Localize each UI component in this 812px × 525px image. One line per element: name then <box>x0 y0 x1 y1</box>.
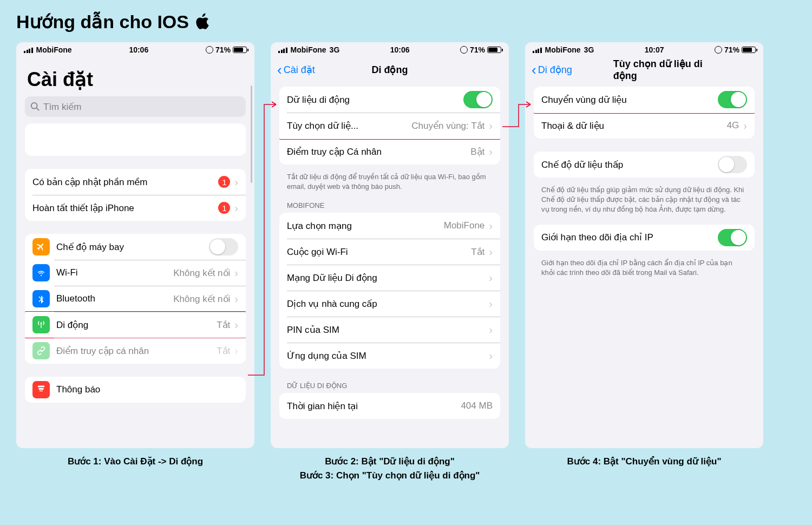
airplane-switch[interactable] <box>209 238 238 255</box>
nav-title: Tùy chọn dữ liệu di động <box>613 58 713 82</box>
hotspot-row[interactable]: Điểm truy cập cá nhân Tắt › <box>25 338 246 364</box>
caption-1: Bước 1: Vào Cài Đặt -> Di động <box>16 455 254 482</box>
row-value: Tắt <box>217 345 230 357</box>
svg-line-1 <box>37 108 40 111</box>
phone-3-data-options: MobiFone 3G 10:07 71% ‹ Di động Tùy chọn… <box>525 42 763 448</box>
arrow-1to2 <box>248 96 280 394</box>
arrow-2to3 <box>502 96 535 140</box>
current-period-row[interactable]: Thời gian hiện tại 404 MB <box>279 393 500 419</box>
signal-icon <box>24 47 33 53</box>
chevron-right-icon: › <box>489 324 493 336</box>
chevron-right-icon: › <box>489 246 493 258</box>
ip-limit-footer: Giới hạn theo dõi địa chỉ IP bằng cách ẩ… <box>525 255 763 287</box>
row-label: Dịch vụ nhà cung cấp <box>287 298 484 310</box>
apple-icon <box>194 12 211 31</box>
wifi-icon <box>32 264 50 281</box>
row-label: Cuộc gọi Wi-Fi <box>287 246 471 258</box>
bell-icon <box>32 381 50 398</box>
row-label: Bluetooth <box>56 293 173 304</box>
chevron-right-icon: › <box>489 146 493 158</box>
caption-2: Bước 2: Bật "Dữ liệu di động" Bước 3: Ch… <box>271 455 509 482</box>
chevron-right-icon: › <box>234 267 238 279</box>
mobile-data-switch[interactable] <box>463 91 493 108</box>
low-data-mode-row[interactable]: Chế độ dữ liệu thấp <box>534 152 755 178</box>
row-label: Giới hạn theo dõi địa chỉ IP <box>541 232 718 243</box>
finish-setup-row[interactable]: Hoàn tất thiết lập iPhone 1 › <box>25 195 246 221</box>
wifi-calling-row[interactable]: Cuộc gọi Wi-Fi Tắt › <box>279 239 500 265</box>
search-input[interactable]: Tìm kiếm <box>25 96 246 117</box>
row-label: Hoàn tất thiết lập iPhone <box>32 202 218 214</box>
row-label: Thoại & dữ liệu <box>541 120 727 132</box>
row-label: Thông báo <box>56 384 238 395</box>
row-value: MobiFone <box>444 220 485 231</box>
mobile-row[interactable]: Di động Tắt › <box>25 312 246 338</box>
software-update-row[interactable]: Có bản cập nhật phần mềm 1 › <box>25 169 246 195</box>
chevron-right-icon: › <box>234 293 238 305</box>
chevron-left-icon: ‹ <box>532 62 536 78</box>
bluetooth-row[interactable]: Bluetooth Không kết nối › <box>25 286 246 312</box>
phone-1-settings: MobiFone 10:06 71% Cài đặt Tìm kiếm Có b… <box>16 42 254 448</box>
chevron-right-icon: › <box>489 298 493 310</box>
airplane-icon <box>32 238 50 255</box>
hotspot-row[interactable]: Điểm truy cập Cá nhân Bật › <box>279 139 500 165</box>
chevron-right-icon: › <box>234 176 238 188</box>
account-card[interactable] <box>25 123 246 156</box>
ip-limit-row[interactable]: Giới hạn theo dõi địa chỉ IP <box>534 225 755 251</box>
signal-icon <box>278 47 287 53</box>
chevron-left-icon: ‹ <box>277 62 282 78</box>
carrier-services-row[interactable]: Dịch vụ nhà cung cấp › <box>279 291 500 317</box>
back-button[interactable]: ‹ Di động <box>532 62 572 78</box>
status-time: 10:06 <box>72 45 206 54</box>
row-label: Có bản cập nhật phần mềm <box>32 176 218 188</box>
roaming-switch[interactable] <box>718 91 747 108</box>
sim-pin-row[interactable]: PIN của SIM › <box>279 317 500 343</box>
battery-icon <box>487 47 501 53</box>
row-value: Tắt <box>217 319 230 331</box>
network-selection-row[interactable]: Lựa chọn mạng MobiFone › <box>279 213 500 239</box>
chevron-right-icon: › <box>489 120 493 132</box>
row-label: Điểm truy cập Cá nhân <box>287 146 470 158</box>
link-icon <box>32 342 50 359</box>
badge: 1 <box>218 176 230 188</box>
mobifone-header: MOBIFONE <box>271 201 509 213</box>
search-icon <box>30 102 40 111</box>
row-label: Mạng Dữ liệu Di động <box>287 272 484 284</box>
voice-data-row[interactable]: Thoại & dữ liệu 4G › <box>534 113 755 139</box>
data-roaming-row[interactable]: Chuyển vùng dữ liệu <box>534 87 755 113</box>
back-button[interactable]: ‹ Cài đặt <box>277 62 315 78</box>
back-label: Cài đặt <box>284 64 315 76</box>
wifi-row[interactable]: Wi-Fi Không kết nối › <box>25 260 246 286</box>
bluetooth-icon <box>32 290 50 307</box>
page-title-text: Hướng dẫn cho IOS <box>16 11 189 32</box>
sim-apps-row[interactable]: Ứng dụng của SIM › <box>279 343 500 369</box>
data-network-row[interactable]: Mạng Dữ liệu Di động › <box>279 265 500 291</box>
data-options-row[interactable]: Tùy chọn dữ liệ... Chuyển vùng: Tắt › <box>279 113 500 139</box>
status-icon <box>460 46 468 54</box>
low-data-switch[interactable] <box>718 156 747 173</box>
row-label: Tùy chọn dữ liệ... <box>287 120 411 132</box>
row-label: PIN của SIM <box>287 324 484 336</box>
antenna-icon <box>32 316 50 333</box>
carrier-text: MobiFone <box>545 45 581 54</box>
row-value: Tắt <box>471 246 484 258</box>
status-time: 10:06 <box>339 45 460 54</box>
svg-point-0 <box>31 103 37 109</box>
chevron-right-icon: › <box>489 220 493 232</box>
nav-title: Di động <box>372 64 408 76</box>
notifications-row[interactable]: Thông báo <box>25 377 246 403</box>
ip-limit-switch[interactable] <box>718 229 747 246</box>
status-bar: MobiFone 10:06 71% <box>16 42 254 57</box>
network-text: 3G <box>330 45 340 54</box>
row-label: Thời gian hiện tại <box>287 401 461 412</box>
battery-text: 71% <box>470 45 485 54</box>
caption-2b: Bước 3: Chọn "Tùy chọn dữ liệu di động" <box>271 469 509 483</box>
row-label: Ứng dụng của SIM <box>287 350 484 362</box>
nav-bar: ‹ Cài đặt Di động <box>271 57 509 82</box>
nav-bar: ‹ Di động Tùy chọn dữ liệu di động <box>525 57 763 82</box>
chevron-right-icon: › <box>489 350 493 362</box>
low-data-footer: Chế độ dữ liệu thấp giúp giảm mức sử dụn… <box>525 182 763 225</box>
mobile-data-row[interactable]: Dữ liệu di động <box>279 87 500 113</box>
airplane-mode-row[interactable]: Chế độ máy bay <box>25 234 246 260</box>
back-label: Di động <box>538 64 572 76</box>
caption-3: Bước 4: Bật "Chuyển vùng dữ liệu" <box>525 455 763 482</box>
